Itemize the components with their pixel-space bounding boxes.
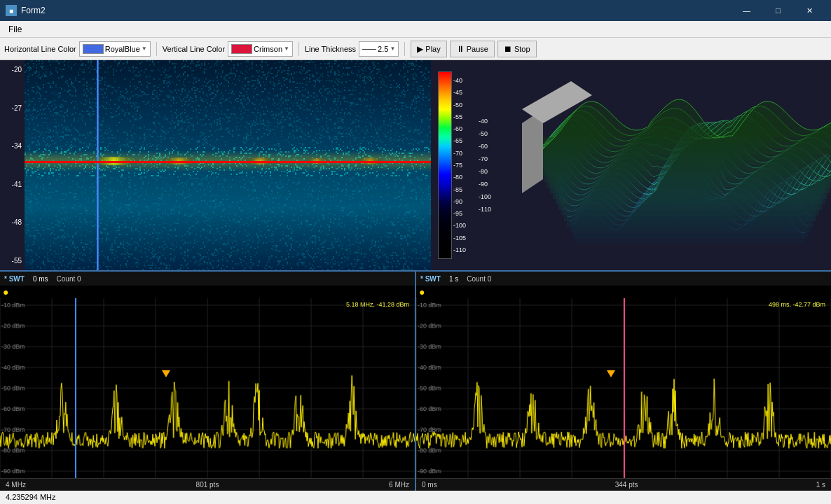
toolbar: Horizontal Line Color RoyalBlue ▼ Vertic…	[0, 38, 831, 60]
v-line-color-dropdown[interactable]: Crimson ▼	[228, 41, 293, 57]
v-line-color-swatch	[231, 44, 252, 54]
spectrum-right: * SWT 1 s Count 0 ● 498 ms, -42.77 dBm 0…	[416, 272, 831, 491]
pause-label: Pause	[467, 45, 488, 53]
x-end-left: 6 MHz	[389, 481, 409, 489]
scale-label-13: -105	[453, 234, 466, 241]
spectrum-right-header: * SWT 1 s Count 0	[416, 272, 831, 286]
line-thickness-value: 2.5	[378, 45, 388, 53]
3d-label-1: -50	[479, 130, 491, 137]
scale-label-6: -70	[453, 150, 466, 157]
titlebar: ■ Form2 — □ ✕	[0, 0, 831, 21]
scale-label-12: -100	[453, 222, 466, 229]
sep3	[404, 42, 405, 56]
scale-label-4: -60	[453, 125, 466, 132]
coord-label-left: 5.18 MHz, -41.28 dBm	[346, 301, 409, 308]
color-scale: -40 -45 -50 -55 -60 -65 -70 -75 -80 -85 …	[431, 60, 473, 270]
dot-right: ●	[419, 287, 425, 297]
x-end-right: 1 s	[816, 481, 825, 489]
color-scale-labels: -40 -45 -50 -55 -60 -65 -70 -75 -80 -85 …	[453, 71, 466, 259]
scale-label-7: -75	[453, 162, 466, 169]
color-scale-bar	[438, 71, 452, 259]
window-title: Form2	[21, 6, 731, 15]
stop-icon: ⏹	[504, 44, 512, 54]
spectrum-left: * SWT 0 ms Count 0 ● 5.18 MHz, -41.28 dB…	[0, 272, 416, 491]
coord-label-right: 498 ms, -42.77 dBm	[769, 301, 825, 308]
maximize-button[interactable]: □	[762, 0, 794, 21]
pause-icon: ⏸	[456, 44, 465, 54]
time-label-right: 1 s	[449, 275, 458, 283]
v-line-color-arrow: ▼	[284, 46, 289, 52]
3d-label-3: -70	[479, 155, 491, 162]
main-content: -20 -27 -34 -41 -48 -55 -40 -45 -50 -55 …	[0, 60, 831, 489]
bottom-section: * SWT 0 ms Count 0 ● 5.18 MHz, -41.28 dB…	[0, 270, 831, 491]
h-line-color-arrow: ▼	[142, 46, 147, 52]
count-label-right: Count 0	[467, 275, 491, 283]
dot-left: ●	[3, 287, 8, 297]
y-label-5: -55	[0, 257, 22, 265]
3d-label-5: -90	[479, 181, 491, 188]
pause-button[interactable]: ⏸ Pause	[450, 41, 495, 57]
spectrum-right-area[interactable]: 498 ms, -42.77 dBm	[416, 298, 831, 478]
scale-label-2: -50	[453, 102, 466, 108]
spectrum-left-footer: 4 MHz 801 pts 6 MHz	[0, 478, 415, 491]
menubar: File	[0, 21, 831, 38]
y-label-2: -34	[0, 142, 22, 150]
app-icon: ■	[6, 5, 17, 16]
stop-button[interactable]: ⏹ Stop	[497, 41, 537, 57]
y-label-0: -20	[0, 66, 22, 74]
3d-label-4: -80	[479, 168, 491, 175]
statusbar: 4.235294 MHz	[0, 489, 831, 504]
h-line-color-dropdown[interactable]: RoyalBlue ▼	[79, 41, 151, 57]
spectrogram-y-axis: -20 -27 -34 -41 -48 -55	[0, 60, 25, 270]
x-start-right: 0 ms	[422, 481, 437, 489]
y-label-3: -41	[0, 181, 22, 188]
file-menu[interactable]: File	[3, 23, 27, 36]
v-line-color-value: Crimson	[254, 45, 282, 53]
y-label-4: -48	[0, 218, 22, 226]
sep1	[156, 42, 157, 56]
spectrogram[interactable]	[25, 60, 431, 270]
v-line-color-label: Vertical Line Color	[163, 45, 225, 53]
sep2	[298, 42, 299, 56]
tri-marker-right	[607, 370, 615, 377]
line-thickness-dropdown[interactable]: —— 2.5 ▼	[359, 41, 399, 57]
x-mid-left: 801 pts	[196, 481, 219, 489]
freq-display: 4.235294 MHz	[6, 493, 56, 501]
play-button[interactable]: ▶ Play	[411, 41, 446, 57]
horizontal-line	[25, 161, 431, 163]
line-thickness-icon: ——	[362, 45, 376, 52]
3d-y-labels: -40 -50 -60 -70 -80 -90 -100 -110	[479, 118, 491, 213]
h-line-color-swatch	[83, 44, 104, 54]
scale-label-3: -55	[453, 113, 466, 120]
h-line-color-label: Horizontal Line Color	[4, 45, 76, 53]
scale-label-8: -80	[453, 174, 466, 181]
x-mid-right: 344 pts	[615, 481, 638, 489]
minimize-button[interactable]: —	[731, 0, 762, 21]
time-label-left: 0 ms	[33, 275, 48, 283]
spectrum-right-footer: 0 ms 344 pts 1 s	[416, 478, 831, 491]
scale-label-14: -110	[453, 246, 466, 253]
x-start-left: 4 MHz	[6, 481, 26, 489]
line-thickness-label: Line Thickness	[305, 45, 356, 53]
count-label-left: Count 0	[57, 275, 81, 283]
3d-label-6: -100	[479, 193, 491, 200]
scale-label-0: -40	[453, 77, 466, 84]
swt-label-right: * SWT	[420, 275, 441, 283]
stop-label: Stop	[514, 45, 530, 53]
play-icon: ▶	[417, 44, 423, 54]
spectrum-left-header: * SWT 0 ms Count 0	[0, 272, 415, 286]
scale-label-5: -65	[453, 137, 466, 144]
v-marker-left	[75, 298, 76, 478]
3d-label-7: -110	[479, 206, 491, 213]
3d-view[interactable]: -40 -50 -60 -70 -80 -90 -100 -110	[473, 60, 831, 270]
v-marker-right	[624, 298, 625, 478]
h-line-color-value: RoyalBlue	[105, 45, 140, 53]
close-button[interactable]: ✕	[794, 0, 825, 21]
play-label: Play	[425, 45, 440, 53]
y-label-1: -27	[0, 104, 22, 112]
3d-label-2: -60	[479, 143, 491, 150]
swt-label-left: * SWT	[4, 275, 25, 283]
scale-label-9: -85	[453, 186, 466, 193]
spectrum-left-area[interactable]: 5.18 MHz, -41.28 dBm	[0, 298, 415, 478]
3d-label-0: -40	[479, 118, 491, 125]
